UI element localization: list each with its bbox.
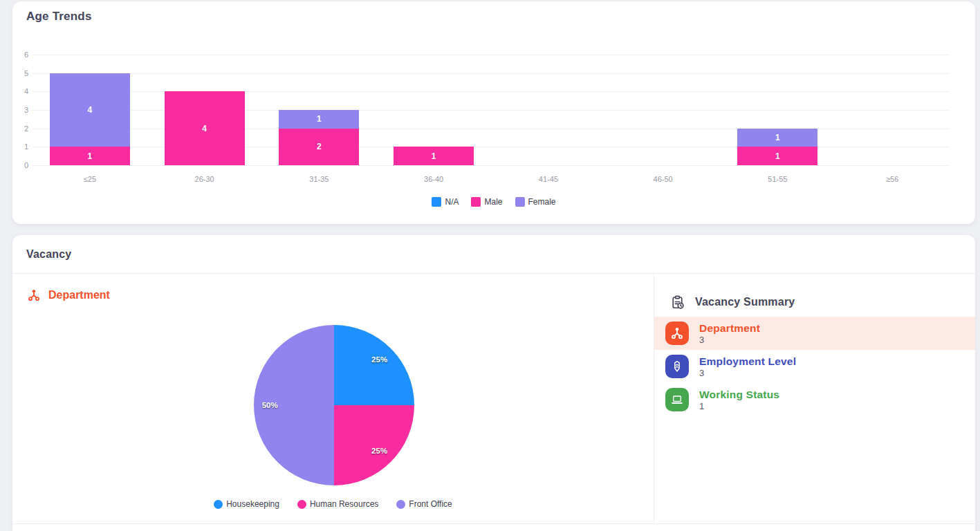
- human-resources-legend-swatch: [297, 500, 306, 509]
- male-legend-label: Male: [484, 197, 502, 207]
- summary-item-count: 1: [699, 401, 779, 412]
- summary-item-text: Employment Level 3: [699, 355, 796, 379]
- x-axis-label: ≥56: [886, 175, 898, 183]
- male-legend-swatch: [471, 197, 481, 207]
- x-axis-label: 36-40: [424, 175, 443, 183]
- summary-item-count: 3: [699, 368, 796, 379]
- vacancy-summary-list: Department 3 Employment Level: [654, 317, 975, 416]
- housekeeping-legend-swatch: [214, 500, 223, 509]
- bar-segment-female: 4: [50, 73, 130, 147]
- y-axis-tick: 3: [10, 106, 28, 114]
- bar-value-label: 1: [50, 151, 130, 161]
- front-office-legend-swatch: [396, 500, 405, 509]
- bar-value-label: 4: [50, 105, 130, 115]
- vacancy-body: Department 25%25%50% Housekeeping Human …: [12, 274, 975, 524]
- department-panel-title: Department: [48, 289, 110, 301]
- summary-item-label: Employment Level: [699, 355, 796, 368]
- hub-icon: [26, 288, 41, 303]
- bar-value-label: 2: [279, 142, 359, 151]
- pie-value-label: 25%: [371, 447, 387, 455]
- gridline: [33, 165, 950, 166]
- x-axis-label: 51-55: [768, 175, 787, 183]
- housekeeping-legend-label: Housekeeping: [226, 499, 279, 509]
- bar-segment-male: 1: [50, 147, 130, 165]
- pie-value-label: 50%: [262, 401, 278, 409]
- bar-segment-male: 1: [394, 147, 474, 165]
- x-axis-label: 26-30: [195, 175, 214, 183]
- x-axis-label: 46-50: [654, 175, 673, 183]
- legend-item-human-resources[interactable]: Human Resources: [297, 499, 378, 509]
- bar-segment-male: 1: [737, 147, 817, 165]
- bar-value-label: 1: [737, 133, 817, 142]
- bar-value-label: 1: [394, 151, 474, 161]
- age-trends-title: Age Trends: [12, 1, 975, 24]
- pie-chart: 25%25%50%: [254, 325, 414, 485]
- y-axis-tick: 2: [10, 124, 28, 133]
- vacancy-header: Vacancy: [12, 235, 975, 274]
- bar-value-label: 4: [165, 124, 245, 133]
- legend-item-housekeeping[interactable]: Housekeeping: [214, 499, 279, 509]
- y-axis-tick: 4: [10, 87, 28, 95]
- age-trends-legend: N/A Male Female: [12, 197, 975, 207]
- summary-item-count: 3: [699, 335, 760, 346]
- summary-row-department[interactable]: Department 3: [654, 317, 975, 350]
- department-panel: Department 25%25%50% Housekeeping Human …: [12, 274, 654, 523]
- female-legend-label: Female: [528, 197, 556, 207]
- legend-item-male[interactable]: Male: [471, 197, 502, 207]
- female-legend-swatch: [515, 197, 525, 207]
- gridline: [33, 73, 950, 74]
- vacancy-summary-header: Vacancy Summary: [654, 274, 975, 317]
- y-axis-tick: 1: [10, 142, 28, 151]
- pie-legend: Housekeeping Human Resources Front Offic…: [12, 499, 654, 509]
- legend-item-front-office[interactable]: Front Office: [396, 499, 452, 509]
- x-axis-label: 41-45: [539, 175, 558, 183]
- summary-item-label: Department: [699, 322, 760, 335]
- vacancy-card: Vacancy Department 25%25%50%: [12, 235, 975, 531]
- y-axis-tick: 5: [10, 69, 28, 77]
- x-axis-label: ≤25: [84, 175, 96, 183]
- summary-item-label: Working Status: [699, 388, 779, 401]
- laptop-icon: [665, 388, 689, 411]
- y-axis-tick: 6: [10, 50, 28, 59]
- summary-item-text: Department 3: [699, 322, 760, 346]
- gridline: [33, 55, 950, 55]
- bar-segment-female: 1: [737, 129, 817, 147]
- bar-segment-male: 4: [165, 91, 245, 165]
- na-legend-label: N/A: [445, 197, 459, 207]
- bar-value-label: 1: [737, 151, 817, 161]
- clipboard-clock-icon: [669, 294, 686, 311]
- bar-value-label: 1: [279, 114, 359, 124]
- vacancy-summary-panel: Vacancy Summary Department 3: [654, 274, 975, 523]
- bar-plot: 012345614≤25426-302131-35136-4041-4546-5…: [33, 55, 950, 165]
- legend-item-female[interactable]: Female: [515, 197, 556, 207]
- bar-segment-male: 2: [279, 129, 359, 165]
- summary-item-text: Working Status 1: [699, 388, 779, 412]
- department-panel-header: Department: [26, 288, 110, 303]
- x-axis-label: 31-35: [309, 175, 329, 183]
- front-office-legend-label: Front Office: [409, 499, 452, 509]
- legend-item-na[interactable]: N/A: [432, 197, 459, 207]
- badge-icon: [665, 355, 689, 378]
- na-legend-swatch: [432, 197, 441, 207]
- summary-row-working-status[interactable]: Working Status 1: [654, 383, 975, 416]
- pie-value-label: 25%: [371, 355, 387, 364]
- hub-icon: [665, 322, 689, 345]
- summary-row-employment-level[interactable]: Employment Level 3: [654, 350, 975, 383]
- vacancy-summary-title: Vacancy Summary: [695, 296, 795, 308]
- y-axis-tick: 0: [10, 161, 28, 169]
- bar-segment-female: 1: [279, 110, 359, 129]
- human-resources-legend-label: Human Resources: [310, 499, 378, 509]
- vacancy-title: Vacancy: [26, 248, 71, 261]
- age-trends-card: Age Trends 012345614≤25426-302131-35136-…: [12, 1, 975, 224]
